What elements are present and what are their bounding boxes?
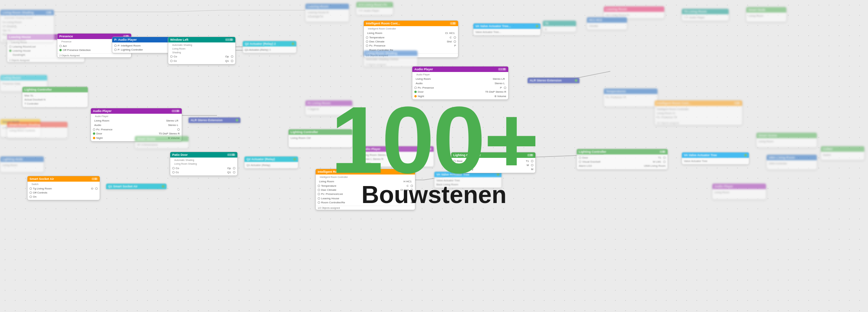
smoke-node: Smart Room Shading Living Room Controls [7,122,68,139]
intelligent-room-1-title: Intelligent Room Cont... [366,22,400,25]
main-subtitle: Bouwstenen [331,180,538,208]
tr-small-1: T5 B [542,20,576,32]
q1-smart-socket: Q1 Smart Socket Air [106,183,167,189]
mid-blur-1: Lighting Node Living Room [0,156,44,172]
far-right-extra-1: UMA Living Room UMA Controller [766,154,817,170]
main-overlay: 100+ Bouwstenen [331,92,538,208]
audio-player-right-title: Audio Player [414,68,433,71]
alr-center: ALR Stereo Extension [188,117,241,123]
far-right-node-3: Smart Node Living Room [746,7,787,22]
audio-player-center-header: Audio Player ○ ○ ⊡ [91,108,182,114]
smart-socket-header: Smart Socket Air ○ ⊡ [27,176,100,182]
smart-socket-title: Smart Socket Air [29,177,54,181]
actuator-patio: Q2 Actuator (Relay) Q1 Actuator (Relay) [244,156,298,169]
alr-stereo: ALR Stereo Extension [527,77,580,84]
lighting-ctrl-mid: Lighting Controller Max SL Actual Doorbe… [22,87,88,108]
smart-node-green: Smart Scene SF-3 Dimensions [135,136,189,149]
leaving-house-footer: 2 Objects Assigned [7,58,84,62]
patio-door-node: Patio Door ○ ○ ⊡ Automatic Shading Livin… [170,152,238,176]
svg-line-8 [170,10,220,12]
presence-footer: 2 Objects Assigned [57,53,131,57]
window-left-header: Window Left ○ ○ ⊡ [168,37,235,42]
valve-actuator-1: VA Valve Actuator Tree... Valve Actuator… [473,23,541,36]
p-audio-player-node: P: Audio Player P: Intelligent Room P: L… [112,37,175,53]
audio-player-center-title: Audio Player [93,109,112,113]
far-right-node-2: T5 Living Room T P: Audio Player [682,8,729,21]
far-right-mid-1: Temperatures Pc: Presence T5 [604,88,658,107]
actuator-relay-1: Q2 Actuator (Relay) 2 Q1 Actuator (Relay… [242,41,297,53]
intelligent-room-far-right: Intelligent Room Cont... ○ ⊡ Intelligent… [654,100,743,125]
window-left-title: Window Left [170,38,188,41]
far-right-green: Smart Scene Living Room [756,132,817,148]
svg-line-11 [576,71,610,78]
window-left-node: Window Left ○ ○ ⊡ Automatic Shading Livi… [168,37,236,65]
va-far-right: VA Valve Actuator Tree Valve Actuator Tr… [682,152,749,165]
bottom-far-right-1: Audio Player Living Room [712,183,766,200]
tr-small-2: HC1 HC2 Climate [587,17,627,30]
smart-socket-node: Smart Socket Air ○ ⊡ Switch Tg Living Ro… [27,176,100,200]
audio-player-right-header: Audio Player ○ ○ ⊡ [412,67,508,72]
main-canvas: Leaving House ○ ⊡ Leaving House Leaving … [0,0,868,312]
p-audio-header: P: Audio Player [112,37,174,42]
tl-node-1: Living Room Shading ○ ⊡ Automatic Shadin… [0,10,54,42]
main-number: 100+ [331,92,538,187]
bg-node-top-1: Leaving Room Leaving House M Goodnight M [305,3,349,22]
lighting-ctrl-far-right: Lighting Controller ○ ⊡ Door T1 Visual D… [576,149,668,170]
p-audio-title: P: Audio Player [114,38,137,41]
living-room-shading-tr: Living Room Shading Automatic Shading Ce… [363,50,418,67]
far-right-extra-2: Colibri Switch [821,146,865,160]
patio-door-title: Patio Door [172,153,188,157]
bg-node-top-2: Act Living Room Pc T P: Audio Player [356,2,393,15]
presence-title: Presence [59,35,73,38]
patio-door-header: Patio Door ○ ○ ⊡ [170,152,237,158]
intelligent-room-1-header: Intelligent Room Cont... ○ ⊡ [364,21,458,26]
